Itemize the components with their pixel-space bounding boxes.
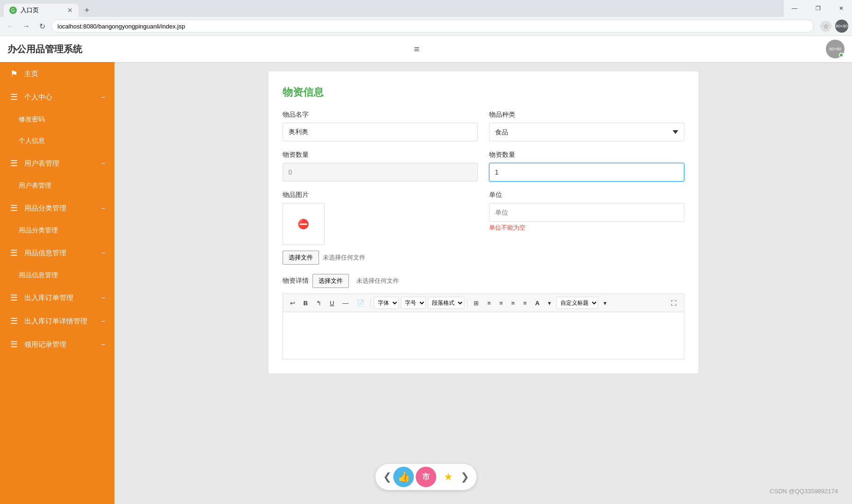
- forward-btn[interactable]: →: [20, 20, 33, 33]
- new-tab-btn[interactable]: +: [80, 4, 93, 17]
- quantity2-label: 物资数量: [489, 151, 684, 159]
- item-name-input[interactable]: [283, 123, 478, 141]
- unit-error-text: 单位不能为空: [489, 224, 684, 232]
- choose-file-btn[interactable]: 选择文件: [283, 251, 319, 265]
- user-manage-icon: ☰: [9, 158, 19, 168]
- rte-divider-2: [467, 299, 468, 307]
- sidebar-item-personal-info[interactable]: 个人信息: [0, 130, 114, 152]
- sidebar-item-personal[interactable]: ☰ 个人中心 −: [0, 85, 114, 109]
- rte-bold-btn[interactable]: B: [300, 298, 311, 308]
- content-card: 物资信息 物品名字 物品种类 食品 办公用品 电子产品 其他: [269, 71, 698, 373]
- sidebar-item-change-password[interactable]: 修改密码: [0, 109, 114, 130]
- browser-chrome: G 入口页 ✕ + — ❐ ✕ ← → ↻ localhost:8080/ban…: [0, 0, 852, 36]
- menu-toggle-btn[interactable]: ≡: [410, 40, 423, 58]
- item-name-label: 物品名字: [283, 111, 478, 119]
- rte-format-select[interactable]: 段落格式: [428, 297, 464, 309]
- quantity2-input[interactable]: [489, 163, 684, 182]
- order-manage-icon: ☰: [9, 293, 19, 303]
- sidebar-label-personal: 个人中心: [24, 93, 52, 102]
- goods-info-icon: ☰: [9, 248, 19, 258]
- sidebar-item-order-detail[interactable]: ☰ 出入库订单详情管理 −: [0, 309, 114, 333]
- rte-align-left-btn[interactable]: ≡: [484, 298, 494, 308]
- sidebar-item-goods-info-sub[interactable]: 用品信息管理: [0, 265, 114, 286]
- header-avatar-text: 80×80: [829, 47, 841, 51]
- rte-body[interactable]: [283, 312, 684, 359]
- rte-undo-btn[interactable]: ↩: [287, 298, 298, 308]
- rte-dropdown-arrow[interactable]: ▾: [545, 298, 554, 308]
- sidebar-item-user-table[interactable]: 用户表管理: [0, 175, 114, 196]
- refresh-btn[interactable]: ↻: [36, 20, 49, 33]
- tab-bar: G 入口页 ✕ +: [0, 0, 784, 17]
- goods-category-sub-label: 用品分类管理: [19, 226, 58, 235]
- sidebar-item-order-manage[interactable]: ☰ 出入库订单管理 −: [0, 286, 114, 309]
- rte-size-select[interactable]: 字号: [401, 297, 426, 309]
- chrome-avatar-text: 80×80: [836, 24, 847, 28]
- rte-italic-btn[interactable]: ↰: [313, 298, 325, 308]
- goods-category-arrow: −: [101, 204, 105, 212]
- rte-custom-select[interactable]: 自定义标题: [556, 297, 598, 309]
- online-status-dot: [839, 53, 844, 57]
- user-manage-submenu: 用户表管理: [0, 175, 114, 196]
- user-manage-arrow: −: [101, 160, 105, 167]
- unit-label: 单位: [489, 191, 684, 199]
- home-icon: ⚑: [9, 69, 19, 79]
- maximize-btn[interactable]: ❐: [807, 0, 829, 17]
- rte-toolbar: ↩ B ↰ U — 📄 字体 字号 段: [283, 294, 684, 312]
- header-avatar[interactable]: 80×80: [826, 40, 845, 58]
- sidebar-item-home[interactable]: ⚑ 主页: [0, 62, 114, 85]
- credit-manage-icon: ☰: [9, 339, 19, 350]
- change-password-label: 修改密码: [19, 115, 45, 124]
- quantity-input[interactable]: [283, 163, 478, 182]
- rte-underline-btn[interactable]: U: [327, 298, 337, 308]
- broken-image-icon: ⛔: [298, 218, 309, 230]
- chrome-profile-btn[interactable]: 80×80: [835, 20, 848, 33]
- rte-font-select[interactable]: 字体: [374, 297, 399, 309]
- sidebar-item-goods-info[interactable]: ☰ 用品信息管理 −: [0, 241, 114, 265]
- comment-btn[interactable]: 市: [416, 467, 436, 487]
- close-btn[interactable]: ✕: [831, 0, 852, 17]
- sidebar-item-goods-category[interactable]: ☰ 用品分类管理 −: [0, 196, 114, 220]
- unit-group: 单位 单位不能为空: [489, 191, 684, 265]
- rte-align-justify-btn[interactable]: ≡: [520, 298, 530, 308]
- sidebar-item-credit-manage[interactable]: ☰ 领用记录管理 −: [0, 333, 114, 356]
- goods-info-arrow: −: [101, 249, 105, 257]
- social-left-icon[interactable]: ❮: [383, 471, 391, 483]
- detail-choose-file-btn[interactable]: 选择文件: [312, 274, 349, 288]
- sidebar-item-goods-category-sub[interactable]: 用品分类管理: [0, 220, 114, 241]
- personal-info-label: 个人信息: [19, 137, 45, 145]
- sidebar: ⚑ 主页 ☰ 个人中心 − 修改密码 个人信息 ☰ 用户表管理: [0, 62, 114, 504]
- rte-align-right-btn[interactable]: ≡: [508, 298, 518, 308]
- image-group: 物品图片 ⛔ 选择文件 未选择任何文件: [283, 191, 478, 265]
- url-text: localhost:8080/bangongyongpinguanli/inde…: [57, 23, 185, 30]
- sidebar-label-goods-category: 用品分类管理: [24, 204, 66, 213]
- rte-dropdown-arrow2[interactable]: ▾: [600, 298, 610, 308]
- tab-close-btn[interactable]: ✕: [67, 7, 73, 14]
- csdn-watermark: CSDN @QQ3359892174: [770, 488, 838, 495]
- minimize-btn[interactable]: —: [784, 0, 805, 17]
- active-tab[interactable]: G 入口页 ✕: [4, 4, 78, 17]
- bookmark-icon[interactable]: ☆: [820, 21, 831, 32]
- credit-manage-arrow: −: [101, 341, 105, 348]
- app-title: 办公用品管理系统: [7, 43, 410, 56]
- item-category-label: 物品种类: [489, 111, 684, 119]
- unit-input[interactable]: [489, 203, 684, 222]
- star-btn[interactable]: ★: [438, 467, 459, 487]
- address-bar[interactable]: localhost:8080/bangongyongpinguanli/inde…: [51, 20, 814, 33]
- rte-table-btn[interactable]: ⊞: [470, 298, 482, 308]
- rte-hr-btn[interactable]: —: [339, 298, 352, 308]
- form-row-1: 物品名字 物品种类 食品 办公用品 电子产品 其他: [283, 111, 684, 141]
- window-controls: — ❐ ✕: [784, 0, 852, 17]
- rte-fullscreen-btn[interactable]: ⛶: [667, 298, 680, 308]
- back-btn[interactable]: ←: [4, 20, 17, 33]
- personal-icon: ☰: [9, 92, 19, 102]
- sidebar-item-user-manage[interactable]: ☰ 用户表管理 −: [0, 152, 114, 175]
- rte-page-btn[interactable]: 📄: [354, 298, 368, 308]
- rte-divider-1: [370, 299, 371, 307]
- like-btn[interactable]: 👍: [393, 467, 414, 487]
- social-right-icon[interactable]: ❯: [461, 471, 469, 483]
- item-category-select[interactable]: 食品 办公用品 电子产品 其他: [489, 123, 684, 141]
- order-detail-icon: ☰: [9, 316, 19, 326]
- rte-align-center-btn[interactable]: ≡: [496, 298, 506, 308]
- rte-color-btn[interactable]: A: [532, 298, 543, 308]
- sidebar-label-home: 主页: [24, 70, 38, 78]
